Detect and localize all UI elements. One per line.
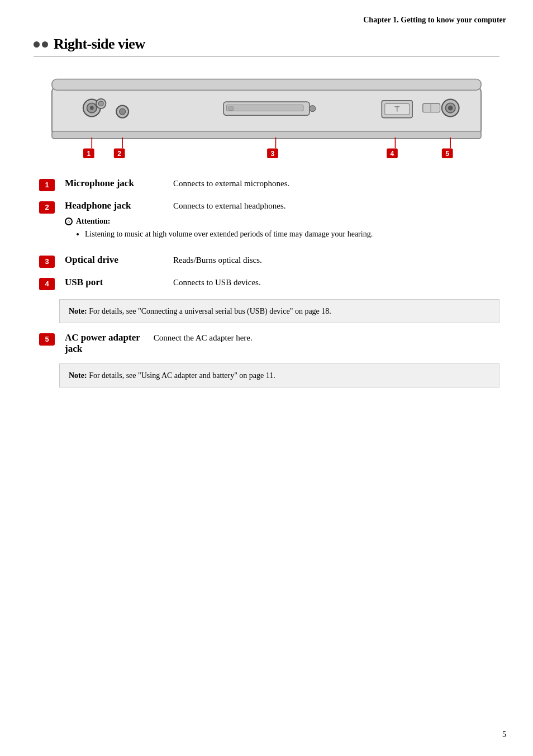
note-label-5: Note: (69, 371, 87, 380)
badge-4: 4 (39, 278, 55, 290)
svg-text:1: 1 (87, 150, 91, 158)
note-box-5: Note: For details, see "Using AC adapter… (59, 363, 499, 388)
item-row-5: 5 AC power adapter jack Connect the AC a… (34, 332, 499, 355)
note-label-4: Note: (69, 307, 87, 315)
note-box-4: Note: For details, see "Connecting a uni… (59, 299, 499, 323)
item-title-5-line1: AC power adapter (65, 332, 140, 343)
svg-point-20 (448, 106, 453, 111)
page-header: Chapter 1. Getting to know your computer (0, 0, 533, 25)
item-row-1: 1 Microphone jack Connects to external m… (34, 178, 499, 191)
section-title-row: Right-side view (34, 36, 499, 56)
attention-point-2-0: Listening to music at high volume over e… (85, 228, 499, 240)
section-title: Right-side view (54, 36, 145, 53)
svg-point-9 (120, 108, 126, 115)
item-content-3: Optical drive Reads/Burns optical discs. (65, 254, 499, 266)
svg-text:5: 5 (445, 150, 449, 158)
item-title-5-line2: jack (65, 343, 140, 355)
svg-rect-1 (52, 79, 481, 90)
svg-point-5 (90, 106, 94, 110)
badge-1: 1 (39, 179, 55, 191)
ac-title-block: AC power adapter jack (65, 332, 140, 355)
note-text-4: For details, see "Connecting a universal… (89, 307, 331, 315)
item-row-3: 3 Optical drive Reads/Burns optical disc… (34, 254, 499, 268)
svg-rect-11 (227, 105, 303, 111)
svg-rect-13 (229, 107, 234, 111)
badge-3: 3 (39, 256, 55, 268)
item-title-desc-1: Microphone jack Connects to external mic… (65, 178, 499, 189)
svg-text:3: 3 (271, 150, 275, 158)
badge-2: 2 (39, 201, 55, 214)
attention-icon-2: ○ (65, 218, 73, 225)
dot-1 (34, 41, 40, 48)
svg-rect-2 (52, 131, 481, 139)
diagram-container: 1 2 3 4 5 (34, 70, 499, 162)
items-list: 1 Microphone jack Connects to external m… (34, 178, 499, 388)
badge-5: 5 (39, 333, 55, 346)
section-dots (34, 41, 48, 48)
item-title-desc-5: AC power adapter jack Connect the AC ada… (65, 332, 499, 355)
item-desc-4: Connects to USB devices. (173, 278, 261, 287)
item-title-1: Microphone jack (65, 178, 160, 189)
svg-point-12 (310, 106, 316, 112)
item-title-2: Headphone jack (65, 200, 160, 211)
item-row-4: 4 USB port Connects to USB devices. (34, 277, 499, 290)
item-title-4: USB port (65, 277, 160, 288)
svg-text:4: 4 (391, 150, 394, 158)
note-text-5: For details, see "Using AC adapter and b… (89, 371, 275, 380)
page-number: 5 (502, 730, 506, 739)
item-content-4: USB port Connects to USB devices. (65, 277, 499, 288)
item-content-1: Microphone jack Connects to external mic… (65, 178, 499, 189)
item-title-3: Optical drive (65, 254, 160, 266)
item-title-desc-4: USB port Connects to USB devices. (65, 277, 499, 288)
item-title-desc-2: Headphone jack Connects to external head… (65, 200, 499, 211)
item-content-5: AC power adapter jack Connect the AC ada… (65, 332, 499, 355)
svg-rect-21 (423, 103, 440, 112)
attention-label-2: ○ Attention: (65, 217, 499, 226)
item-title-desc-3: Optical drive Reads/Burns optical discs. (65, 254, 499, 266)
attention-list-2: Listening to music at high volume over e… (85, 228, 499, 240)
main-content: Right-side view (0, 25, 533, 419)
dot-2 (42, 41, 48, 48)
attention-text-2: Attention: (76, 217, 110, 226)
svg-text:2: 2 (117, 150, 121, 158)
item-row-2: 2 Headphone jack Connects to external he… (34, 200, 499, 245)
item-content-2: Headphone jack Connects to external head… (65, 200, 499, 245)
attention-block-2: ○ Attention: Listening to music at high … (65, 217, 499, 240)
item-desc-2: Connects to external headphones. (173, 201, 286, 211)
laptop-diagram: 1 2 3 4 5 (34, 70, 499, 162)
item-desc-1: Connects to external microphones. (173, 179, 289, 188)
item-desc-5: Connect the AC adapter here. (154, 333, 253, 343)
chapter-title: Chapter 1. Getting to know your computer (363, 16, 506, 24)
item-desc-3: Reads/Burns optical discs. (173, 256, 262, 265)
svg-point-7 (98, 101, 103, 106)
